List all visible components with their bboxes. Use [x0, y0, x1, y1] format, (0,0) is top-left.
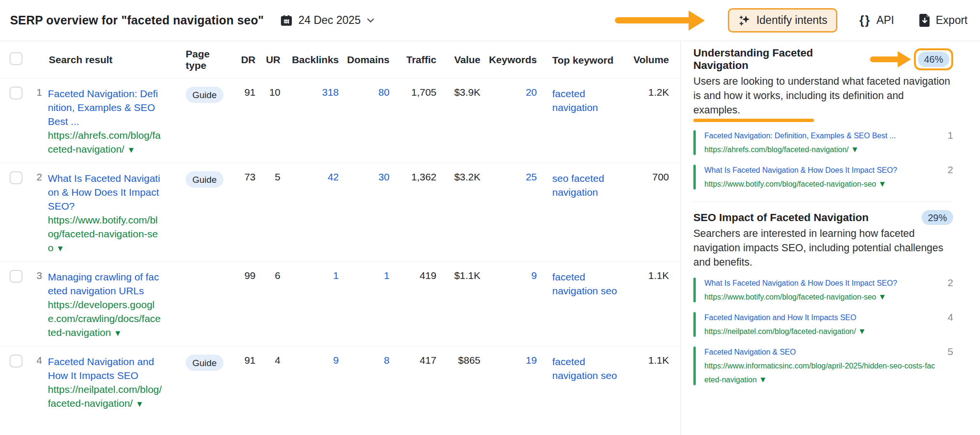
intent-result-rank: 5	[937, 345, 953, 387]
url-expand-caret[interactable]: ▼	[114, 329, 122, 338]
domains-link[interactable]: 1	[342, 262, 392, 346]
date-picker-value: 24 Dec 2025	[298, 14, 360, 27]
column-header-ur[interactable]: UR	[258, 41, 283, 78]
domains-link[interactable]: 80	[342, 78, 392, 163]
result-title-link[interactable]: Managing crawling of faceted navigation …	[48, 270, 163, 298]
intent-percent-badge: 46%	[918, 52, 949, 67]
keywords-link[interactable]: 9	[483, 262, 540, 346]
column-header-page-type[interactable]: Page type	[169, 41, 226, 78]
annotation-underline	[693, 119, 814, 122]
column-header-search-result[interactable]: Search result	[25, 41, 169, 78]
url-expand-caret[interactable]: ▼	[56, 244, 65, 253]
ur-value: 5	[258, 163, 283, 262]
page-type-badge: Guide	[186, 87, 223, 103]
export-button[interactable]: Export	[919, 14, 968, 27]
intent-result-url: https://www.botify.com/blog/faceted-navi…	[704, 180, 876, 188]
intent-result-url: https://neilpatel.com/blog/faceted-navig…	[704, 327, 856, 335]
topbar: SERP overview for "faceted navigation se…	[0, 0, 980, 41]
identify-intents-label: Identify intents	[757, 14, 827, 27]
intent-result-title-link[interactable]: What Is Faceted Navigation & How Does It…	[704, 163, 937, 177]
volume-value: 700	[625, 163, 680, 262]
url-expand-caret[interactable]: ▼	[878, 292, 886, 301]
column-header-backlinks[interactable]: Backlinks	[283, 41, 342, 78]
column-header-dr[interactable]: DR	[226, 41, 258, 78]
row-checkbox[interactable]	[10, 355, 22, 368]
column-header-value[interactable]: Value	[439, 41, 483, 78]
select-all-checkbox[interactable]	[10, 52, 22, 65]
value-value: $3.9K	[439, 78, 483, 163]
backlinks-link[interactable]: 318	[283, 78, 342, 163]
top-keyword-link[interactable]: faceted navigation	[552, 88, 598, 113]
intent-result-title-link[interactable]: Faceted Navigation & SEO	[704, 345, 937, 359]
intent-result-item: Faceted Navigation and How It Impacts SE…	[693, 311, 953, 338]
intent-result-rank: 1	[937, 129, 953, 156]
serp-overview-app: SERP overview for "faceted navigation se…	[0, 0, 980, 435]
intent-description: Users are looking to understand what fac…	[693, 74, 953, 117]
calendar-icon	[280, 14, 293, 27]
annotation-arrow-percent	[870, 51, 911, 67]
url-expand-caret[interactable]: ▼	[135, 400, 144, 409]
intent-result-rank: 2	[937, 163, 953, 191]
intent-section: Understanding Faceted Navigation 46% Use…	[693, 47, 953, 191]
identify-intents-button[interactable]: Identify intents	[728, 8, 837, 33]
intent-result-title-link[interactable]: Faceted Navigation: Definition, Examples…	[704, 129, 937, 143]
intent-result-title-link[interactable]: Faceted Navigation and How It Impacts SE…	[704, 311, 937, 324]
column-header-keywords[interactable]: Keywords	[483, 41, 540, 78]
keywords-link[interactable]: 25	[483, 163, 540, 262]
top-keyword-link[interactable]: faceted navigation seo	[552, 271, 617, 296]
result-title-link[interactable]: What Is Faceted Navigation & How Does It…	[48, 171, 163, 213]
dr-value: 73	[226, 163, 258, 262]
column-header-domains[interactable]: Domains	[342, 41, 392, 78]
intent-result-item: Faceted Navigation: Definition, Examples…	[693, 129, 953, 156]
domains-link[interactable]: 8	[342, 346, 392, 417]
intent-result-item: What Is Faceted Navigation & How Does It…	[693, 276, 953, 304]
volume-value: 1.2K	[625, 78, 680, 163]
ur-value: 10	[258, 78, 283, 163]
column-header-traffic[interactable]: Traffic	[392, 41, 439, 78]
row-checkbox[interactable]	[10, 87, 22, 100]
intent-description: Searchers are interested in learning how…	[693, 226, 953, 269]
url-expand-caret[interactable]: ▼	[759, 375, 767, 384]
intent-result-item: What Is Faceted Navigation & How Does It…	[693, 163, 953, 191]
url-expand-caret[interactable]: ▼	[878, 179, 886, 189]
keywords-link[interactable]: 20	[483, 78, 540, 163]
backlinks-link[interactable]: 9	[283, 346, 342, 417]
result-url: https://ahrefs.com/blog/faceted-navigati…	[48, 130, 161, 155]
dr-value: 91	[226, 78, 258, 163]
identify-intents-panel: Understanding Faceted Navigation 46% Use…	[681, 41, 980, 435]
table-row: 2 What Is Faceted Navigation & How Does …	[0, 163, 680, 262]
top-keyword-link[interactable]: faceted navigation seo	[552, 356, 617, 381]
intent-result-url: https://www.botify.com/blog/faceted-navi…	[704, 293, 876, 301]
column-header-top-keyword[interactable]: Top keyword	[540, 41, 625, 78]
dr-value: 99	[226, 262, 258, 346]
url-expand-caret[interactable]: ▼	[851, 145, 859, 154]
serp-position: 2	[25, 163, 42, 262]
volume-value: 1.1K	[625, 346, 680, 417]
intent-section: SEO Impact of Faceted Navigation 29% Sea…	[693, 202, 953, 387]
table-row: 3 Managing crawling of faceted navigatio…	[0, 262, 680, 346]
result-title-link[interactable]: Faceted Navigation: Definition, Examples…	[48, 87, 163, 128]
page-type-badge: Guide	[186, 355, 223, 371]
date-picker[interactable]: 24 Dec 2025	[280, 14, 374, 27]
intent-result-rank: 4	[937, 311, 953, 338]
row-checkbox[interactable]	[10, 270, 22, 283]
result-title-link[interactable]: Faceted Navigation and How It Impacts SE…	[48, 355, 163, 382]
value-value: $3.2K	[439, 163, 483, 262]
row-checkbox[interactable]	[10, 171, 22, 184]
main-content: Search result Page type DR UR Backlinks …	[0, 41, 980, 435]
url-expand-caret[interactable]: ▼	[858, 327, 866, 336]
api-button[interactable]: {} API	[859, 13, 894, 27]
intent-title: SEO Impact of Faceted Navigation	[693, 212, 869, 224]
url-expand-caret[interactable]: ▼	[127, 145, 135, 155]
column-header-volume[interactable]: Volume	[625, 41, 680, 78]
domains-link[interactable]: 30	[342, 163, 392, 262]
api-label: API	[876, 14, 894, 27]
keywords-link[interactable]: 19	[483, 346, 540, 417]
top-keyword-link[interactable]: seo faceted navigation	[552, 173, 604, 198]
intent-result-title-link[interactable]: What Is Faceted Navigation & How Does It…	[704, 276, 937, 290]
serp-table-area: Search result Page type DR UR Backlinks …	[0, 41, 681, 435]
export-label: Export	[936, 14, 968, 27]
backlinks-link[interactable]: 1	[283, 262, 342, 346]
serp-position: 1	[25, 78, 42, 163]
backlinks-link[interactable]: 42	[283, 163, 342, 262]
